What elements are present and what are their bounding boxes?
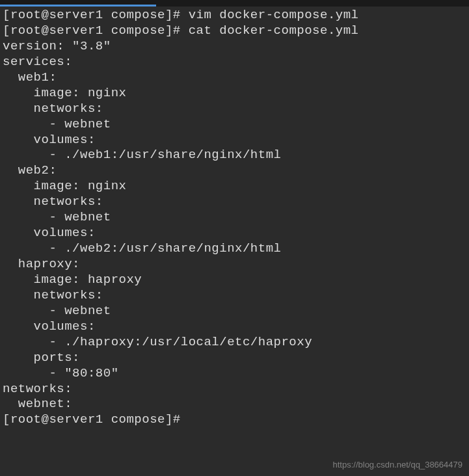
yaml-line: - webnet	[3, 117, 466, 133]
shell-prompt: [root@server1 compose]#	[3, 412, 189, 427]
yaml-line: web2:	[3, 163, 466, 179]
command-text: vim docker-compose.yml	[189, 8, 359, 22]
active-tab-indicator[interactable]	[0, 5, 156, 7]
prompt-line: [root@server1 compose]# cat docker-compo…	[3, 23, 466, 39]
yaml-line: version: "3.8"	[3, 39, 466, 55]
yaml-line: image: haproxy	[3, 272, 466, 288]
command-text: cat docker-compose.yml	[189, 23, 359, 38]
terminal-output[interactable]: [root@server1 compose]# vim docker-compo…	[0, 7, 469, 429]
yaml-line: - webnet	[3, 210, 466, 226]
yaml-line: - webnet	[3, 304, 466, 319]
yaml-line: volumes:	[3, 226, 466, 241]
tab-bar	[0, 0, 469, 7]
yaml-line: image: nginx	[3, 86, 466, 101]
prompt-line: [root@server1 compose]# vim docker-compo…	[3, 8, 466, 23]
yaml-line: web1:	[3, 70, 466, 86]
shell-prompt: [root@server1 compose]#	[3, 23, 189, 38]
yaml-line: haproxy:	[3, 257, 466, 272]
yaml-line: volumes:	[3, 133, 466, 148]
yaml-line: - "80:80"	[3, 366, 466, 382]
yaml-line: services:	[3, 55, 466, 70]
watermark-text: https://blog.csdn.net/qq_38664479	[333, 460, 463, 469]
yaml-line: networks:	[3, 288, 466, 304]
yaml-line: volumes:	[3, 319, 466, 335]
yaml-line: - ./web1:/usr/share/nginx/html	[3, 148, 466, 163]
yaml-line: - ./web2:/usr/share/nginx/html	[3, 241, 466, 257]
yaml-line: webnet:	[3, 397, 466, 412]
yaml-line: networks:	[3, 194, 466, 210]
yaml-line: networks:	[3, 101, 466, 117]
yaml-line: - ./haproxy:/usr/local/etc/haproxy	[3, 335, 466, 350]
yaml-line: ports:	[3, 350, 466, 366]
prompt-line: [root@server1 compose]#	[3, 412, 466, 428]
yaml-line: networks:	[3, 382, 466, 397]
shell-prompt: [root@server1 compose]#	[3, 8, 189, 22]
yaml-line: image: nginx	[3, 179, 466, 194]
